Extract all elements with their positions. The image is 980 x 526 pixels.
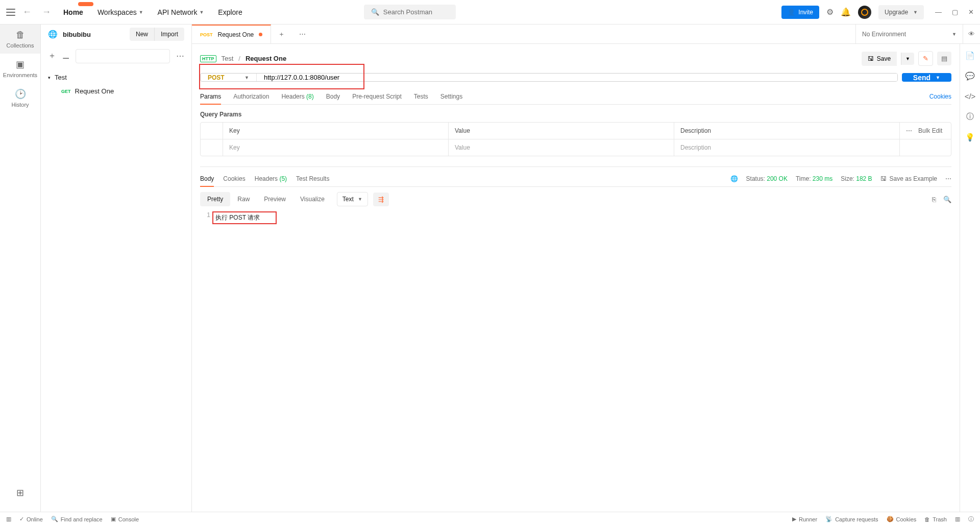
rail-configure[interactable]: ⊞	[0, 482, 40, 506]
invite-button[interactable]: 👤Invite	[781, 6, 819, 19]
view-visualize[interactable]: Visualize	[293, 192, 332, 206]
sidebar-toggle-icon[interactable]: ▥	[6, 516, 11, 522]
description-input[interactable]: Description	[674, 139, 900, 156]
import-button[interactable]: Import	[154, 28, 184, 41]
rail-collections[interactable]: 🗑Collections	[0, 25, 40, 54]
sidebar: 🌐 bibubibu New Import ＋ ⚊ ⋯ ▾ Test GET R…	[41, 25, 192, 512]
copy-icon[interactable]: ⎘	[932, 196, 936, 203]
close-icon[interactable]: ✕	[968, 8, 974, 16]
nav-explore[interactable]: Explore	[213, 5, 247, 19]
resp-tab-body[interactable]: Body	[200, 171, 214, 186]
breadcrumb-folder[interactable]: Test	[222, 55, 234, 62]
rail-history[interactable]: 🕑History	[0, 83, 40, 113]
language-select[interactable]: Text▼	[337, 192, 368, 206]
method-badge: POST	[200, 32, 213, 37]
col-value: Value	[449, 123, 674, 139]
key-input[interactable]: Key	[223, 139, 449, 156]
tab-body[interactable]: Body	[326, 89, 340, 104]
response-body[interactable]: 1 执行 POST 请求	[200, 211, 951, 505]
cookies-link[interactable]: Cookies	[929, 89, 951, 104]
resp-tab-headers[interactable]: Headers (5)	[255, 171, 287, 186]
search-input[interactable]: 🔍 Search Postman	[364, 5, 456, 19]
maximize-icon[interactable]: ▢	[952, 8, 958, 16]
environment-select[interactable]: No Environment ▼	[855, 25, 963, 43]
save-dropdown[interactable]: ▼	[901, 53, 914, 65]
documentation-icon[interactable]: 📄	[965, 51, 975, 60]
view-preview[interactable]: Preview	[257, 192, 293, 206]
cookie-icon: 🍪	[887, 516, 894, 522]
online-status[interactable]: ✓Online	[19, 516, 43, 522]
new-button[interactable]: New	[130, 28, 154, 41]
tab-tests[interactable]: Tests	[414, 89, 428, 104]
tab-prerequest[interactable]: Pre-request Script	[352, 89, 402, 104]
chevron-down-icon: ▼	[244, 75, 249, 80]
resp-tab-tests[interactable]: Test Results	[296, 171, 329, 186]
badge-icon	[78, 2, 93, 6]
nav-api-network[interactable]: API Network▼	[153, 5, 209, 19]
query-params-title: Query Params	[200, 111, 951, 118]
antenna-icon: 📡	[825, 516, 832, 522]
env-quicklook-icon[interactable]: 👁	[963, 25, 980, 43]
request-tab[interactable]: POST Request One	[192, 25, 271, 43]
filter-input[interactable]	[76, 49, 170, 63]
tree-folder[interactable]: ▾ Test	[41, 70, 191, 84]
runner-button[interactable]: ▶Runner	[792, 515, 817, 523]
tree-request[interactable]: GET Request One	[41, 84, 191, 98]
edit-button[interactable]: ✎	[918, 51, 933, 66]
view-raw[interactable]: Raw	[230, 192, 257, 206]
minimize-icon[interactable]: ―	[935, 8, 942, 16]
settings-icon[interactable]: ⚙	[826, 7, 834, 17]
two-pane-icon[interactable]: ▥	[955, 515, 960, 523]
notifications-icon[interactable]: 🔔	[841, 7, 851, 17]
chevron-down-icon: ▾	[48, 75, 51, 80]
comments-icon[interactable]: 💬	[965, 71, 975, 81]
tab-more-icon[interactable]: ⋯	[292, 25, 313, 43]
upgrade-button[interactable]: Upgrade▼	[878, 5, 924, 19]
add-tab-button[interactable]: ＋	[271, 25, 292, 43]
statusbar: ▥ ✓Online 🔍Find and replace ▣Console ▶Ru…	[0, 512, 980, 526]
right-rail: 📄 💬 </> ⓘ 💡	[960, 44, 980, 512]
more-icon[interactable]: ⋯	[176, 51, 184, 61]
save-button[interactable]: 🖫Save	[862, 52, 897, 66]
rail-environments[interactable]: ▣Environments	[0, 54, 40, 83]
more-icon[interactable]: ⋯	[906, 127, 912, 134]
back-button[interactable]: ←	[19, 5, 35, 19]
capture-button[interactable]: 📡Capture requests	[825, 515, 878, 523]
network-icon[interactable]: 🌐	[730, 175, 738, 182]
view-pretty[interactable]: Pretty	[200, 192, 230, 206]
related-icon[interactable]: 💡	[965, 133, 975, 142]
menu-icon[interactable]	[6, 9, 15, 16]
search-icon[interactable]: 🔍	[943, 196, 951, 203]
console-button[interactable]: ▣Console	[111, 516, 139, 522]
trash-icon: 🗑	[924, 516, 930, 522]
cookies-button[interactable]: 🍪Cookies	[887, 515, 917, 523]
tab-settings[interactable]: Settings	[440, 89, 462, 104]
nav-workspaces[interactable]: Workspaces▼	[92, 5, 149, 19]
info-icon[interactable]: ⓘ	[966, 112, 974, 122]
save-example-button[interactable]: 🖫Save as Example	[880, 175, 937, 182]
forward-button[interactable]: →	[39, 5, 54, 19]
find-replace[interactable]: 🔍Find and replace	[51, 516, 103, 522]
code-icon[interactable]: </>	[965, 92, 976, 101]
value-input[interactable]: Value	[449, 139, 674, 156]
wrap-lines-button[interactable]: ⇶	[373, 193, 389, 206]
help-icon[interactable]: ⓘ	[968, 515, 974, 523]
breadcrumb: HTTP Test / Request One 🖫Save ▼ ✎ ▤	[200, 51, 951, 66]
method-select[interactable]: POST ▼	[201, 74, 257, 81]
tab-params[interactable]: Params	[200, 89, 221, 104]
bulk-edit-link[interactable]: Bulk Edit	[918, 127, 942, 134]
filter-icon[interactable]: ⚊	[62, 51, 69, 61]
nav-home[interactable]: Home	[58, 5, 88, 19]
more-icon[interactable]: ⋯	[945, 175, 951, 182]
tab-authorization[interactable]: Authorization	[233, 89, 269, 104]
search-placeholder: Search Postman	[383, 8, 432, 16]
tab-headers[interactable]: Headers (8)	[281, 89, 313, 104]
url-input[interactable]	[257, 74, 897, 81]
avatar[interactable]	[858, 6, 871, 19]
comment-button[interactable]: ▤	[937, 52, 951, 65]
col-description: Description	[674, 123, 900, 139]
send-button[interactable]: Send▼	[902, 73, 951, 82]
trash-button[interactable]: 🗑Trash	[924, 515, 947, 523]
add-icon[interactable]: ＋	[48, 51, 56, 61]
resp-tab-cookies[interactable]: Cookies	[223, 171, 245, 186]
